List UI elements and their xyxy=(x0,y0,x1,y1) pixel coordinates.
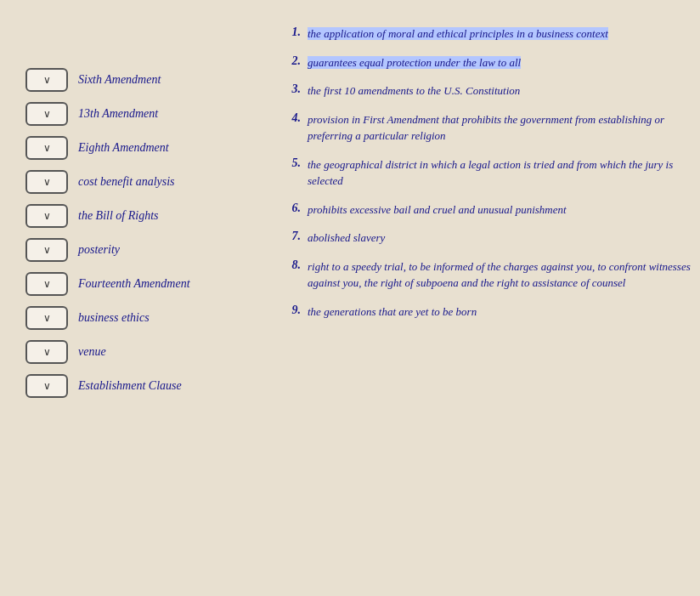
dropdown-btn-venue[interactable]: ∨ xyxy=(25,340,68,364)
term-row-13th-amendment: ∨13th Amendment xyxy=(25,102,263,126)
dropdown-btn-cost-benefit-analysis[interactable]: ∨ xyxy=(25,170,68,194)
chevron-down-icon: ∨ xyxy=(43,380,51,393)
term-row-cost-benefit-analysis: ∨cost benefit analysis xyxy=(25,170,263,194)
term-row-eighth-amendment: ∨Eighth Amendment xyxy=(25,136,263,160)
def-text-8: right to a speedy trial, to be informed … xyxy=(308,258,692,292)
def-text-3: the first 10 amendments to the U.S. Cons… xyxy=(308,82,520,99)
term-label-fourteenth-amendment: Fourteenth Amendment xyxy=(78,277,190,291)
chevron-down-icon: ∨ xyxy=(43,312,51,325)
chevron-down-icon: ∨ xyxy=(43,142,51,155)
dropdown-btn-fourteenth-amendment[interactable]: ∨ xyxy=(25,272,68,296)
definition-item-8: 8.right to a speedy trial, to be informe… xyxy=(280,258,692,292)
def-number-6: 6. xyxy=(280,202,301,215)
def-number-3: 3. xyxy=(280,82,301,96)
def-number-8: 8. xyxy=(280,258,301,272)
def-text-1: the application of moral and ethical pri… xyxy=(308,26,608,43)
definition-item-9: 9.the generations that are yet to be bor… xyxy=(280,304,692,321)
term-row-establishment-clause: ∨Establishment Clause xyxy=(25,374,263,398)
dropdown-btn-establishment-clause[interactable]: ∨ xyxy=(25,374,68,398)
def-number-7: 7. xyxy=(280,230,301,243)
chevron-down-icon: ∨ xyxy=(43,244,51,257)
term-row-bill-of-rights: ∨the Bill of Rights xyxy=(25,204,263,228)
def-text-2: guarantees equal protection under the la… xyxy=(308,54,521,71)
term-row-posterity: ∨posterity xyxy=(25,238,263,262)
def-text-9: the generations that are yet to be born xyxy=(308,304,477,321)
dropdown-btn-business-ethics[interactable]: ∨ xyxy=(25,306,68,330)
def-number-4: 4. xyxy=(280,111,301,125)
definition-item-7: 7.abolished slavery xyxy=(280,230,692,247)
dropdown-btn-eighth-amendment[interactable]: ∨ xyxy=(25,136,68,160)
term-row-fourteenth-amendment: ∨Fourteenth Amendment xyxy=(25,272,263,296)
chevron-down-icon: ∨ xyxy=(43,210,51,223)
chevron-down-icon: ∨ xyxy=(43,176,51,189)
definition-item-3: 3.the first 10 amendments to the U.S. Co… xyxy=(280,82,692,99)
term-label-venue: venue xyxy=(78,345,106,359)
chevron-down-icon: ∨ xyxy=(43,278,51,291)
term-label-cost-benefit-analysis: cost benefit analysis xyxy=(78,175,175,189)
term-label-establishment-clause: Establishment Clause xyxy=(78,379,182,393)
term-row-business-ethics: ∨business ethics xyxy=(25,306,263,330)
dropdown-btn-bill-of-rights[interactable]: ∨ xyxy=(25,204,68,228)
term-row-sixth-amendment: ∨Sixth Amendment xyxy=(25,68,263,92)
def-highlighted-1: the application of moral and ethical pri… xyxy=(308,27,608,40)
chevron-down-icon: ∨ xyxy=(43,346,51,359)
term-row-venue: ∨venue xyxy=(25,340,263,364)
term-label-bill-of-rights: the Bill of Rights xyxy=(78,209,159,223)
term-label-business-ethics: business ethics xyxy=(78,311,150,325)
def-text-4: provision in First Amendment that prohib… xyxy=(308,111,692,145)
dropdown-btn-sixth-amendment[interactable]: ∨ xyxy=(25,68,68,92)
dropdown-btn-13th-amendment[interactable]: ∨ xyxy=(25,102,68,126)
definition-item-4: 4.provision in First Amendment that proh… xyxy=(280,111,692,145)
chevron-down-icon: ∨ xyxy=(43,108,51,121)
chevron-down-icon: ∨ xyxy=(43,74,51,87)
def-number-1: 1. xyxy=(280,26,301,39)
def-highlighted-2: guarantees equal protection under the la… xyxy=(308,56,521,69)
def-text-7: abolished slavery xyxy=(308,230,385,247)
definitions-column: 1.the application of moral and ethical p… xyxy=(263,17,692,398)
definition-item-1: 1.the application of moral and ethical p… xyxy=(280,26,692,43)
def-text-6: prohibits excessive bail and cruel and u… xyxy=(308,202,567,219)
term-label-posterity: posterity xyxy=(78,243,120,257)
definition-item-2: 2.guarantees equal protection under the … xyxy=(280,54,692,71)
def-number-2: 2. xyxy=(280,54,301,68)
def-text-5: the geographical district in which a leg… xyxy=(308,156,692,190)
term-label-13th-amendment: 13th Amendment xyxy=(78,107,158,121)
def-number-5: 5. xyxy=(280,156,301,170)
definition-item-6: 6.prohibits excessive bail and cruel and… xyxy=(280,202,692,219)
term-label-sixth-amendment: Sixth Amendment xyxy=(78,73,161,87)
term-label-eighth-amendment: Eighth Amendment xyxy=(78,141,169,155)
terms-column: ∨Sixth Amendment∨13th Amendment∨Eighth A… xyxy=(8,17,263,398)
main-container: ∨Sixth Amendment∨13th Amendment∨Eighth A… xyxy=(0,0,700,415)
dropdown-btn-posterity[interactable]: ∨ xyxy=(25,238,68,262)
def-number-9: 9. xyxy=(280,304,301,317)
definition-item-5: 5.the geographical district in which a l… xyxy=(280,156,692,190)
